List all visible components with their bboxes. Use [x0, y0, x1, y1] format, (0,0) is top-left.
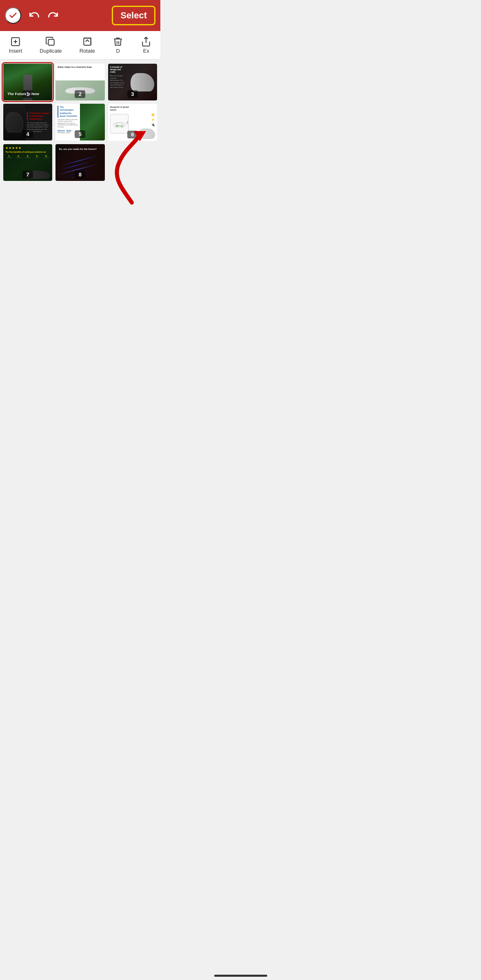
slide-thumb-8[interactable]: So, are you ready for the future? 8 — [55, 144, 104, 181]
slide-thumb-6[interactable]: blueprint of green future — [108, 104, 157, 140]
select-button[interactable]: Select — [112, 6, 155, 25]
svg-point-7 — [113, 122, 125, 127]
slide4-title: A bold new chapter of automotive enginee… — [27, 112, 51, 120]
slide-grid-container: The Future is Now 1 Baby steps to a mass… — [0, 60, 160, 185]
slide-thumb-2[interactable]: Baby steps to a massive leap 2 — [55, 64, 104, 100]
slide8-title: So, are you ready for the future? — [59, 147, 97, 151]
insert-button[interactable]: Insert — [9, 36, 22, 54]
slide5-title: The technologies leading the green revol… — [58, 106, 78, 118]
slide7-title: The five benefits of owning an electric … — [5, 151, 50, 154]
slide6-number: 6 — [127, 131, 138, 138]
slide5-number: 5 — [75, 130, 85, 138]
slide-thumb-7[interactable]: ★★★★★ The five benefits of owning an ele… — [3, 144, 52, 181]
redo-button[interactable] — [47, 10, 59, 21]
duplicate-button[interactable]: Duplicate — [40, 36, 62, 54]
slide1-title: The Future is Now — [7, 92, 39, 96]
rotate-button[interactable]: Rotate — [80, 36, 95, 54]
delete-button[interactable]: D — [113, 36, 123, 54]
header: Select — [0, 0, 160, 31]
header-left — [5, 7, 59, 24]
slide4-number: 4 — [22, 130, 33, 138]
slide-thumb-1[interactable]: The Future is Now 1 — [3, 64, 52, 100]
svg-rect-3 — [49, 40, 54, 45]
slide-grid: The Future is Now 1 Baby steps to a mass… — [0, 60, 160, 185]
slide8-number: 8 — [75, 171, 85, 178]
slide-thumb-4[interactable]: A bold new chapter of automotive enginee… — [3, 104, 52, 140]
slide2-number: 2 — [75, 90, 85, 98]
export-button[interactable]: Ex — [141, 36, 151, 54]
slide2-title: Baby steps to a massive leap — [55, 64, 104, 80]
slide-thumb-3[interactable]: A triumph of design and crafts Advanced … — [108, 64, 157, 100]
svg-rect-4 — [84, 38, 91, 45]
slide7-stars: ★★★★★ — [5, 146, 50, 150]
slide3-number: 3 — [127, 90, 138, 98]
slide6-title: blueprint of green future — [110, 106, 131, 111]
done-button[interactable] — [5, 7, 21, 24]
toolbar2: Insert Duplicate Rotate D Ex — [0, 31, 160, 60]
svg-rect-12 — [116, 125, 118, 126]
slide-thumb-5[interactable]: The technologies leading the green revol… — [55, 104, 104, 140]
undo-button[interactable] — [29, 10, 40, 21]
slide7-number: 7 — [22, 171, 33, 178]
slide3-title: A triumph of design and crafts — [110, 66, 126, 73]
